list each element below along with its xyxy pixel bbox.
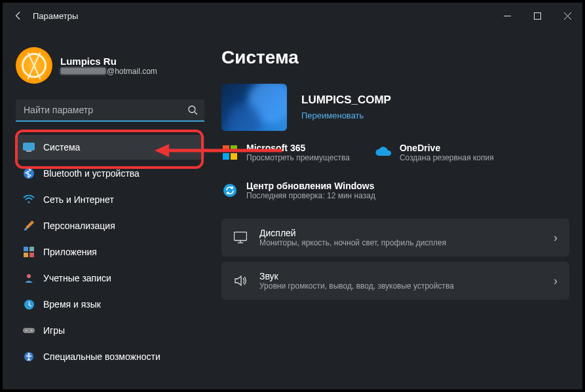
content-area: Lumpics Ru @hotmail.com Система (3, 29, 582, 389)
nav-label: Сеть и Интернет (43, 194, 114, 205)
maximize-icon (534, 12, 541, 20)
setting-sub: Уровни громкости, вывод, ввод, звуковые … (259, 281, 542, 291)
nav-personalization[interactable]: Персонализация (16, 213, 204, 238)
device-wallpaper (221, 84, 287, 131)
back-icon (14, 11, 23, 20)
nav-label: Bluetooth и устройства (43, 168, 140, 179)
nav-label: Игры (43, 325, 65, 336)
search-input[interactable] (16, 99, 204, 122)
svg-point-13 (27, 274, 31, 278)
setting-sub: Мониторы, яркость, ночной свет, профиль … (259, 238, 542, 247)
nav-label: Специальные возможности (43, 351, 160, 362)
svg-line-3 (195, 112, 197, 115)
page-title: Система (221, 47, 569, 68)
minimize-button[interactable] (492, 3, 522, 29)
svg-point-7 (28, 202, 30, 204)
clock-icon (22, 298, 35, 311)
update-icon (221, 182, 238, 199)
nav-label: Время и язык (43, 299, 101, 310)
back-button[interactable] (8, 5, 29, 26)
svg-point-19 (28, 353, 30, 355)
nav-time[interactable]: Время и язык (16, 292, 204, 317)
nav-label: Персонализация (43, 221, 115, 231)
svg-rect-1 (534, 12, 540, 19)
nav-label: Система (43, 142, 80, 152)
svg-rect-21 (231, 145, 237, 152)
svg-rect-12 (29, 253, 34, 257)
nav-accessibility[interactable]: Специальные возможности (16, 344, 204, 369)
window-title: Параметры (33, 11, 78, 21)
nav-label: Учетные записи (43, 273, 111, 283)
account-icon (22, 272, 35, 285)
email-redacted (60, 67, 106, 75)
nav-accounts[interactable]: Учетные записи (16, 266, 204, 291)
svg-point-16 (26, 330, 27, 331)
avatar (16, 47, 52, 84)
sound-icon (233, 275, 248, 287)
m365-icon (221, 144, 238, 161)
tile-sub: Просмотреть преимущества (246, 153, 350, 162)
profile-email: @hotmail.com (60, 67, 157, 76)
svg-point-17 (31, 330, 32, 331)
nav-system[interactable]: Система (16, 135, 204, 160)
device-name: LUMPICS_COMP (301, 94, 391, 107)
titlebar: Параметры (3, 3, 582, 29)
gamepad-icon (22, 324, 35, 337)
bluetooth-icon (22, 167, 35, 180)
service-tiles: Microsoft 365 Просмотреть преимущества O… (221, 143, 569, 162)
svg-point-24 (223, 184, 236, 197)
profile-name: Lumpics Ru (60, 56, 157, 67)
device-row: LUMPICS_COMP Переименовать (221, 84, 569, 131)
svg-rect-9 (24, 247, 28, 251)
search-box[interactable] (16, 99, 204, 122)
main-panel: Система LUMPICS_COMP Переименовать Micro… (221, 47, 569, 389)
accessibility-icon (22, 350, 35, 363)
tile-m365[interactable]: Microsoft 365 Просмотреть преимущества (221, 143, 350, 162)
settings-window: Параметры Lumpics Ru @hotmail.com (3, 3, 582, 389)
svg-rect-15 (23, 328, 35, 333)
onedrive-icon (375, 144, 392, 161)
tile-title: OneDrive (400, 143, 494, 153)
wifi-icon (22, 193, 35, 206)
svg-rect-10 (29, 247, 34, 251)
chevron-right-icon: › (554, 231, 557, 245)
monitor-icon (233, 232, 248, 243)
nav-games[interactable]: Игры (16, 318, 204, 343)
brush-icon (22, 219, 35, 232)
svg-rect-25 (235, 232, 247, 241)
minimize-icon (504, 12, 511, 20)
tile-title: Центр обновления Windows (246, 181, 375, 191)
svg-rect-22 (223, 153, 229, 160)
tile-windows-update[interactable]: Центр обновления Windows Последняя прове… (221, 181, 392, 200)
svg-point-2 (189, 106, 195, 113)
svg-rect-11 (24, 253, 28, 257)
chevron-right-icon: › (554, 274, 557, 288)
svg-rect-20 (223, 145, 229, 152)
close-icon (564, 12, 571, 20)
maximize-button[interactable] (522, 3, 552, 29)
apps-icon (22, 245, 35, 258)
search-icon (187, 105, 198, 118)
tile-title: Microsoft 365 (246, 143, 350, 153)
display-icon (22, 141, 35, 154)
setting-display[interactable]: Дисплей Мониторы, яркость, ночной свет, … (221, 219, 569, 257)
window-controls (492, 3, 582, 29)
setting-title: Звук (259, 271, 542, 281)
device-info: LUMPICS_COMP Переименовать (301, 94, 391, 121)
nav-apps[interactable]: Приложения (16, 240, 204, 264)
setting-sound[interactable]: Звук Уровни громкости, вывод, ввод, звук… (221, 262, 569, 300)
tile-sub: Последняя проверка: 12 мин назад (246, 191, 375, 200)
tile-sub: Создана резервная копия (400, 153, 494, 162)
svg-rect-23 (231, 153, 237, 160)
sidebar: Lumpics Ru @hotmail.com Система (16, 47, 204, 389)
nav-network[interactable]: Сеть и Интернет (16, 187, 204, 212)
setting-title: Дисплей (259, 228, 542, 238)
close-button[interactable] (552, 3, 582, 29)
profile-text: Lumpics Ru @hotmail.com (60, 56, 157, 76)
svg-rect-4 (24, 143, 35, 151)
profile-block[interactable]: Lumpics Ru @hotmail.com (16, 47, 204, 84)
nav-bluetooth[interactable]: Bluetooth и устройства (16, 161, 204, 186)
tile-onedrive[interactable]: OneDrive Создана резервная копия (375, 143, 494, 162)
nav-label: Приложения (43, 247, 97, 257)
rename-link[interactable]: Переименовать (301, 111, 364, 120)
